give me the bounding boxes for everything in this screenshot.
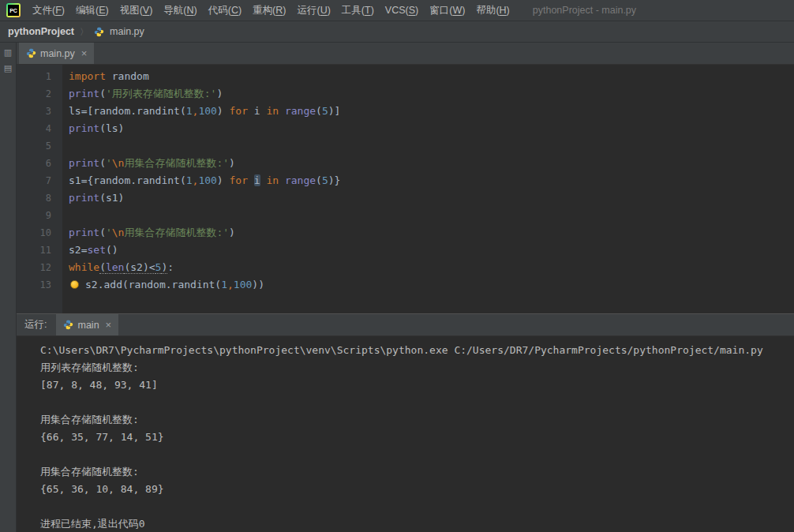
code-line: ls=[random.randint(1,100) for i in range…	[69, 103, 794, 120]
console-line: {66, 35, 77, 14, 51}	[40, 429, 794, 446]
line-number[interactable]: 9	[17, 207, 51, 224]
menu-item-w[interactable]: 窗口(W)	[424, 4, 470, 17]
line-number[interactable]: 1	[17, 68, 51, 85]
code-line: s2=set()	[69, 242, 794, 259]
line-number[interactable]: 13	[17, 276, 51, 294]
pycharm-logo-text: PC	[8, 5, 19, 16]
close-icon[interactable]: ×	[106, 320, 112, 330]
code-line: print('\n用集合存储随机整数:')	[69, 155, 794, 172]
code-line: s2.add(random.randint(1,100))	[69, 276, 794, 294]
menu-item-v[interactable]: 视图(V)	[114, 4, 159, 17]
console-line	[40, 498, 794, 515]
breadcrumb-file[interactable]: main.py	[110, 26, 144, 37]
menu-item-t[interactable]: 工具(T)	[336, 4, 380, 17]
code-line: print(s1)	[69, 189, 794, 207]
python-file-icon	[63, 320, 73, 330]
folder-tool-window-icon[interactable]: ▤	[4, 64, 12, 73]
tab-main-py[interactable]: main.py ×	[19, 43, 94, 64]
breadcrumb: pythonProject 〉 main.py	[0, 21, 794, 43]
intention-bulb-icon[interactable]	[70, 280, 79, 289]
gutter[interactable]: 12345678910111213	[17, 65, 62, 313]
run-label: 运行:	[17, 314, 56, 335]
menu-item-r[interactable]: 重构(R)	[247, 4, 291, 17]
console-line: [87, 8, 48, 93, 41]	[40, 377, 794, 394]
pycharm-logo-icon: PC	[6, 3, 21, 17]
code-line: while(len(s2)<5):	[69, 259, 794, 276]
run-header: 运行: main ×	[17, 314, 794, 336]
console-line	[40, 446, 794, 463]
python-file-icon	[94, 27, 104, 37]
tab-label: main.py	[40, 48, 75, 59]
console-line: 用列表存储随机整数:	[40, 359, 794, 377]
main-content: ▥ ▤ main.py × 12345678910111213 import r…	[0, 43, 794, 532]
editor-column: main.py × 12345678910111213 import rando…	[17, 43, 794, 532]
line-number[interactable]: 7	[17, 172, 51, 189]
code-line: print('用列表存储随机整数:')	[69, 85, 794, 103]
console-line: C:\Users\DR7\PycharmProjects\pythonProje…	[40, 342, 794, 359]
run-tool-window: 运行: main × C:\Users\DR7\PycharmProjects\…	[17, 313, 794, 532]
run-console[interactable]: C:\Users\DR7\PycharmProjects\pythonProje…	[17, 336, 794, 532]
python-file-icon	[26, 48, 36, 58]
editor-tab-bar: main.py ×	[17, 43, 794, 65]
window-title: pythonProject - main.py	[533, 5, 636, 16]
code-line: import random	[69, 68, 794, 85]
menu-item-f[interactable]: 文件(F)	[27, 4, 70, 17]
line-number[interactable]: 10	[17, 224, 51, 242]
code-line: print(ls)	[69, 120, 794, 137]
tool-window-bar: ▥ ▤	[0, 43, 17, 532]
line-number[interactable]: 8	[17, 189, 51, 207]
code-editor[interactable]: 12345678910111213 import randomprint('用列…	[17, 65, 794, 313]
line-number[interactable]: 3	[17, 103, 51, 120]
console-line: 用集合存储随机整数:	[40, 411, 794, 429]
menu-item-u[interactable]: 运行(U)	[291, 4, 335, 17]
console-line: {65, 36, 10, 84, 89}	[40, 481, 794, 498]
menu-item-n[interactable]: 导航(N)	[158, 4, 202, 17]
run-tab-label: main	[77, 320, 99, 331]
line-number[interactable]: 12	[17, 259, 51, 276]
menu-item-s[interactable]: VCS(S)	[380, 5, 424, 16]
project-tool-window-icon[interactable]: ▥	[4, 48, 12, 57]
run-tab-main[interactable]: main ×	[56, 314, 118, 335]
line-number[interactable]: 4	[17, 120, 51, 137]
menu-item-e[interactable]: 编辑(E)	[70, 4, 114, 17]
code-line: s1={random.randint(1,100) for i in range…	[69, 172, 794, 189]
line-number[interactable]: 11	[17, 242, 51, 259]
code-line	[69, 207, 794, 224]
menu-item-c[interactable]: 代码(C)	[203, 4, 247, 17]
close-icon[interactable]: ×	[81, 48, 88, 58]
menu-list: 文件(F)编辑(E)视图(V)导航(N)代码(C)重构(R)运行(U)工具(T)…	[27, 4, 515, 17]
breadcrumb-project[interactable]: pythonProject	[8, 26, 74, 37]
console-line: 用集合存储随机整数:	[40, 463, 794, 481]
chevron-right-icon: 〉	[80, 26, 88, 38]
console-line	[40, 394, 794, 411]
code-line	[69, 137, 794, 155]
menu-item-h[interactable]: 帮助(H)	[470, 4, 515, 17]
menu-bar: PC 文件(F)编辑(E)视图(V)导航(N)代码(C)重构(R)运行(U)工具…	[0, 0, 794, 21]
code-line: print('\n用集合存储随机整数:')	[69, 224, 794, 242]
code-lines[interactable]: import randomprint('用列表存储随机整数:')ls=[rand…	[62, 65, 794, 313]
line-number[interactable]: 5	[17, 137, 51, 155]
line-number[interactable]: 2	[17, 85, 51, 103]
line-number[interactable]: 6	[17, 155, 51, 172]
pycharm-window: PC 文件(F)编辑(E)视图(V)导航(N)代码(C)重构(R)运行(U)工具…	[0, 0, 794, 532]
console-line: 进程已结束,退出代码0	[40, 515, 794, 532]
